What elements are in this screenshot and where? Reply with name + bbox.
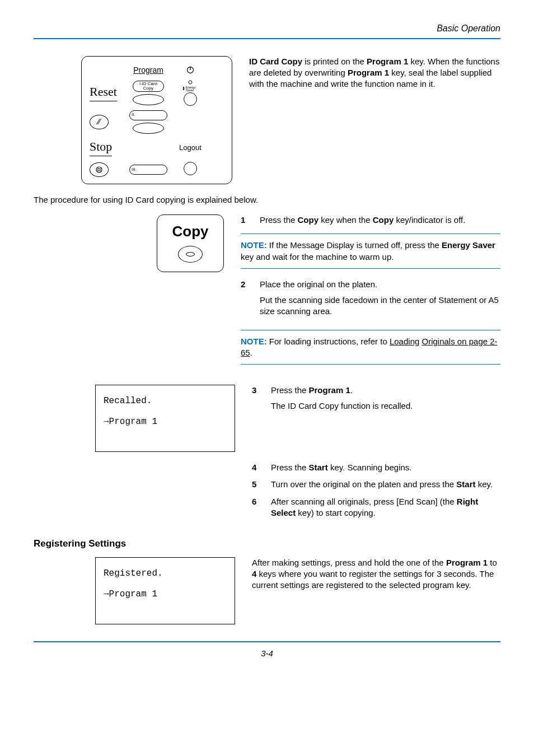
copy-indicator-icon xyxy=(178,246,203,263)
svg-point-5 xyxy=(96,167,102,172)
svg-text:Saver: Saver xyxy=(186,88,194,91)
step-3-text: Press the Program 1. The ID Card Copy fu… xyxy=(271,385,500,417)
step-6-text: After scanning all originals, press [End… xyxy=(271,496,500,519)
lcd-display-recalled: Recalled. →Program 1 xyxy=(95,385,235,452)
energy-saver-icon: EnergySaver xyxy=(182,86,199,91)
copy-title: Copy xyxy=(163,222,218,241)
lcd-line: →Program 1 xyxy=(104,586,227,603)
id-card-copy-chip: I.ID Card Copy xyxy=(133,81,164,92)
step-number: 3 xyxy=(252,385,261,417)
step-number: 4 xyxy=(252,462,261,473)
power-icon xyxy=(186,66,194,74)
note-2: NOTE: For loading instructions, refer to… xyxy=(241,330,500,365)
logout-button xyxy=(184,162,197,175)
lcd-line: →Program 1 xyxy=(104,414,227,430)
reset-label: Reset xyxy=(90,83,117,101)
header-rule xyxy=(34,38,500,39)
page-number: 3-4 xyxy=(34,648,500,659)
footer-rule xyxy=(34,641,500,642)
program-slot-3: III. xyxy=(129,165,167,175)
stop-icon xyxy=(96,166,102,173)
header-section-label: Basic Operation xyxy=(34,22,500,35)
note-1: NOTE: If the Message Display is turned o… xyxy=(241,234,500,269)
registering-settings-heading: Registering Settings xyxy=(34,538,500,550)
intro-paragraph: ID Card Copy is printed on the Program 1… xyxy=(249,56,500,90)
stop-button xyxy=(90,162,109,177)
energy-saver-button xyxy=(184,92,197,106)
lcd-line: Recalled. xyxy=(104,393,227,409)
registering-paragraph: After making settings, press and hold th… xyxy=(252,557,500,591)
step-4-text: Press the Start key. Scanning begins. xyxy=(271,462,500,473)
lcd-display-registered: Registered. →Program 1 xyxy=(95,557,235,624)
step-number: 1 xyxy=(241,214,250,226)
step-1-text: Press the Copy key when the Copy key/ind… xyxy=(260,214,500,226)
step-5-text: Turn over the original on the platen and… xyxy=(271,479,500,490)
program-button-1 xyxy=(133,94,164,105)
program-slot-2: II. xyxy=(129,110,167,120)
svg-rect-6 xyxy=(98,169,100,171)
led-icon xyxy=(188,80,193,85)
svg-point-2 xyxy=(189,81,192,84)
reset-button: ⁄⁄ xyxy=(90,115,109,129)
lcd-line: Registered. xyxy=(104,566,227,582)
copy-key-illustration: Copy xyxy=(157,214,224,272)
step-number: 5 xyxy=(252,479,261,490)
logout-label: Logout xyxy=(179,143,202,153)
step-number: 6 xyxy=(252,496,261,519)
step-2-text: Place the original on the platen. Put th… xyxy=(260,279,500,322)
step-number: 2 xyxy=(241,279,250,322)
program-button-2 xyxy=(133,123,164,134)
procedure-intro: The procedure for using ID Card copying … xyxy=(34,194,500,206)
stop-label: Stop xyxy=(90,138,112,156)
control-panel-illustration: Program Reset I.ID Card Copy EnergySaver xyxy=(81,56,232,184)
program-label: Program xyxy=(133,66,163,74)
